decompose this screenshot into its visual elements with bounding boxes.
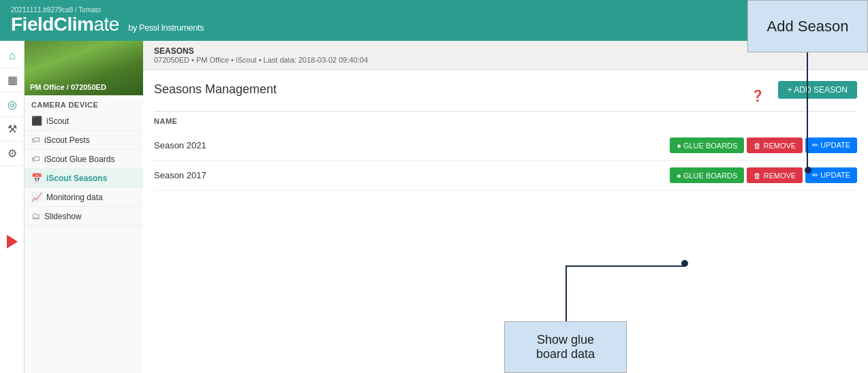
nav-icon-settings[interactable]: ⚙ — [0, 142, 25, 166]
table-row: Season 2017 ● GLUE BOARDS 🗑 REMOVE ✏ UPD… — [154, 161, 857, 191]
show-glue-board-callout: Show glue board data — [504, 321, 627, 373]
slideshow-label: Slideshow — [44, 212, 82, 221]
iscout-icon: ⬛ — [31, 116, 42, 126]
add-season-callout: Add Season — [747, 0, 868, 52]
iscout-glue-boards-icon: 🏷 — [31, 154, 40, 164]
nav-icon-eye[interactable]: ◎ — [0, 93, 25, 117]
active-item-arrow — [7, 235, 18, 248]
nav-icon-tools[interactable]: ⚒ — [0, 117, 25, 142]
iscout-pests-icon: 🏷 — [31, 135, 40, 145]
table-row: Season 2021 ● GLUE BOARDS 🗑 REMOVE ✏ UPD… — [154, 131, 857, 161]
remove-icon: 🗑 — [754, 172, 763, 180]
topbar-title: FieldClimate by Pessl Instruments — [11, 14, 204, 35]
season-name: Season 2021 — [154, 140, 670, 150]
brand-name: FieldClimate — [11, 14, 119, 35]
help-icon[interactable]: ❓ — [751, 89, 764, 102]
monitoring-data-label: Monitoring data — [46, 193, 103, 202]
update-button-0[interactable]: ✏ UPDATE — [805, 137, 857, 153]
name-column-header: NAME — [154, 117, 177, 125]
sidebar-item-iscout-seasons[interactable]: 📅 iScout Seasons — [25, 169, 143, 188]
content-body: Seasons Management ❓ + ADD SEASON NAME S… — [143, 70, 868, 201]
table-header: NAME — [154, 111, 857, 131]
iscout-label: iScout — [46, 116, 69, 126]
add-season-annotation-line — [807, 52, 808, 168]
sidebar-item-monitoring-data[interactable]: 📈 Monitoring data — [25, 188, 143, 207]
topbar: 20211111.b9279ca8 / Tomato FieldClimate … — [0, 0, 868, 41]
iscout-pests-label: iScout Pests — [44, 135, 90, 145]
glue-board-annotation-dot — [681, 260, 688, 267]
sidebar-item-iscout[interactable]: ⬛ iScout — [25, 112, 143, 131]
page-title: Seasons Management — [154, 82, 277, 97]
update-button-1[interactable]: ✏ UPDATE — [805, 167, 857, 183]
sidebar: PM Office / 072050ED CAMERA DEVICE ⬛ iSc… — [25, 41, 143, 373]
nav-icon-home[interactable]: ⌂ — [0, 44, 25, 68]
glue-boards-icon: ● — [677, 172, 683, 180]
sidebar-item-slideshow[interactable]: 🗂 Slideshow — [25, 207, 143, 226]
camera-device-label: CAMERA DEVICE — [25, 95, 143, 112]
glue-board-annotation-line-h — [565, 265, 685, 267]
topbar-subbrand: 20211111.b9279ca8 / Tomato — [11, 6, 204, 14]
nav-icon-chart[interactable]: ▦ — [0, 68, 25, 93]
sidebar-thumb-label: PM Office / 072050ED — [30, 83, 106, 91]
glue-boards-button-1[interactable]: ● GLUE BOARDS — [670, 167, 744, 183]
add-season-annotation-dot — [805, 167, 811, 174]
season-name: Season 2017 — [154, 170, 670, 180]
remove-button-0[interactable]: 🗑 REMOVE — [747, 137, 803, 153]
sidebar-item-iscout-glue-boards[interactable]: 🏷 iScout Glue Boards — [25, 150, 143, 169]
iscout-seasons-label: iScout Seasons — [46, 174, 107, 183]
remove-button-1[interactable]: 🗑 REMOVE — [747, 167, 803, 183]
iscout-seasons-icon: 📅 — [31, 173, 42, 183]
sidebar-item-iscout-pests[interactable]: 🏷 iScout Pests — [25, 131, 143, 150]
slideshow-icon: 🗂 — [31, 211, 40, 221]
glue-board-callout-text: Show glue board data — [536, 333, 595, 361]
glue-boards-icon: ● — [677, 142, 683, 150]
season-actions: ● GLUE BOARDS 🗑 REMOVE ✏ UPDATE — [670, 137, 857, 153]
add-season-button[interactable]: + ADD SEASON — [778, 81, 857, 99]
brand: 20211111.b9279ca8 / Tomato FieldClimate … — [11, 6, 204, 35]
brand-suffix: by Pessl Instruments — [128, 22, 204, 33]
glue-boards-button-0[interactable]: ● GLUE BOARDS — [670, 137, 744, 153]
sidebar-thumbnail: PM Office / 072050ED — [25, 41, 143, 95]
season-actions: ● GLUE BOARDS 🗑 REMOVE ✏ UPDATE — [670, 167, 857, 183]
glue-board-annotation-line-v — [565, 267, 567, 321]
monitoring-data-icon: 📈 — [31, 192, 42, 202]
iscout-glue-boards-label: iScout Glue Boards — [44, 155, 114, 164]
update-icon: ✏ — [812, 171, 820, 179]
sidebar-nav-icons: ⌂ ▦ ◎ ⚒ ⚙ — [0, 41, 25, 373]
remove-icon: 🗑 — [754, 142, 763, 150]
update-icon: ✏ — [812, 141, 820, 149]
main-layout: ⌂ ▦ ◎ ⚒ ⚙ PM Office / 072050ED CAMERA DE… — [0, 41, 868, 373]
content-header-sub: 072050ED • PM Office • iScout • Last dat… — [154, 56, 857, 64]
